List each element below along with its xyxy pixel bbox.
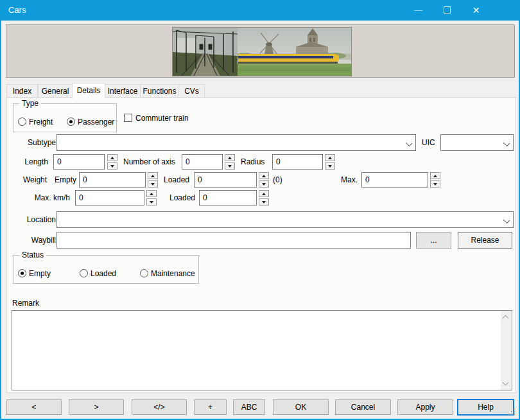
details-tab-page: Type Freight Passenger Commuter train Su…: [6, 97, 516, 393]
subtype-input[interactable]: [58, 136, 402, 150]
uic-combobox[interactable]: [440, 134, 514, 151]
status-loaded-radio[interactable]: [80, 269, 88, 277]
banner-photo: [172, 27, 352, 76]
chevron-down-icon[interactable]: [406, 141, 412, 146]
freight-radio[interactable]: [18, 118, 26, 126]
maximize-icon: [444, 6, 451, 13]
location-combobox[interactable]: [56, 211, 514, 228]
status-maintenance-radio[interactable]: [140, 269, 148, 277]
cancel-button[interactable]: Cancel: [335, 399, 391, 415]
length-label: Length: [13, 157, 48, 167]
close-icon: ✕: [472, 5, 480, 15]
weight-empty-label: Empty: [55, 175, 76, 185]
weight-max-spinner[interactable]: [430, 172, 440, 188]
radius-input[interactable]: [272, 154, 323, 170]
spin-down-icon[interactable]: [259, 198, 269, 206]
weight-empty-spinner[interactable]: [148, 172, 158, 188]
minimize-icon: —: [414, 5, 422, 15]
abc-button[interactable]: ABC: [233, 399, 265, 415]
status-empty-radio[interactable]: [18, 269, 26, 277]
remark-label: Remark: [12, 298, 39, 308]
type-groupbox: Type Freight Passenger: [13, 103, 117, 132]
passenger-radio[interactable]: [67, 118, 75, 126]
spin-down-icon[interactable]: [430, 180, 440, 188]
weight-loaded-label: Loaded: [164, 175, 189, 185]
max-kmh-input[interactable]: [75, 190, 144, 206]
weight-loaded-input[interactable]: [194, 172, 257, 188]
axes-input[interactable]: [182, 154, 223, 170]
spin-down-icon[interactable]: [325, 162, 335, 170]
passenger-radio-label[interactable]: Passenger: [78, 117, 114, 127]
axes-spinner[interactable]: [225, 154, 235, 170]
uic-input[interactable]: [442, 136, 499, 150]
waybill-input[interactable]: [56, 232, 411, 249]
axes-label: Number of axis: [123, 157, 175, 167]
railway-photo-graphic: [173, 28, 351, 76]
chevron-down-icon[interactable]: [504, 141, 509, 146]
tab-details[interactable]: Details: [72, 83, 105, 98]
commuter-train-label[interactable]: Commuter train: [135, 113, 189, 123]
ok-button[interactable]: OK: [273, 399, 329, 415]
spin-up-icon[interactable]: [259, 190, 269, 197]
weight-empty-input[interactable]: [79, 172, 146, 188]
title-bar[interactable]: Cars — ✕: [0, 0, 520, 21]
remark-scrollbar[interactable]: [501, 311, 512, 390]
radius-spinner[interactable]: [325, 154, 335, 170]
spin-down-icon[interactable]: [148, 180, 158, 188]
window-title: Cars: [8, 5, 26, 15]
spin-down-icon[interactable]: [259, 180, 269, 188]
subtype-combobox[interactable]: [56, 134, 416, 151]
scroll-down-icon[interactable]: [503, 381, 508, 386]
spin-up-icon[interactable]: [225, 154, 235, 161]
status-maintenance-label[interactable]: Maintenance: [151, 268, 195, 279]
waybill-browse-button[interactable]: ...: [416, 232, 451, 249]
length-input[interactable]: [53, 154, 105, 170]
weight-max-input[interactable]: [361, 172, 428, 188]
status-empty-label[interactable]: Empty: [29, 268, 51, 279]
minimize-button[interactable]: —: [404, 0, 433, 21]
apply-button[interactable]: Apply: [397, 399, 453, 415]
weight-label: Weight: [23, 175, 47, 185]
spin-up-icon[interactable]: [259, 172, 269, 179]
spin-up-icon[interactable]: [148, 172, 158, 179]
chevron-down-icon[interactable]: [504, 218, 509, 223]
location-input[interactable]: [58, 213, 499, 227]
tab-index[interactable]: Index: [6, 84, 38, 98]
scroll-up-icon[interactable]: [503, 315, 508, 320]
weight-loaded-spinner[interactable]: [259, 172, 269, 188]
spin-down-icon[interactable]: [225, 162, 235, 170]
spin-up-icon[interactable]: [325, 154, 335, 161]
prev-button[interactable]: <: [6, 399, 62, 415]
code-button[interactable]: </>: [132, 399, 187, 415]
close-button[interactable]: ✕: [462, 0, 490, 21]
waybill-release-button[interactable]: Release: [458, 232, 512, 249]
tab-interface[interactable]: Interface: [105, 84, 141, 98]
radius-label: Radius: [241, 157, 264, 167]
add-button[interactable]: +: [194, 399, 227, 415]
max-kmh-label: Max. km/h: [13, 193, 70, 203]
next-button[interactable]: >: [69, 399, 124, 415]
tab-cvs[interactable]: CVs: [178, 84, 205, 98]
waybill-label: Waybill: [13, 235, 56, 245]
kmh-loaded-input[interactable]: [199, 190, 257, 206]
freight-radio-label[interactable]: Freight: [29, 117, 53, 127]
status-loaded-label[interactable]: Loaded: [91, 268, 116, 279]
length-spinner[interactable]: [107, 154, 117, 170]
commuter-train-checkbox[interactable]: [124, 114, 132, 122]
help-button[interactable]: Help: [457, 399, 514, 416]
spin-down-icon[interactable]: [146, 198, 157, 206]
tab-general[interactable]: General: [38, 84, 73, 98]
spin-down-icon[interactable]: [107, 162, 117, 170]
remark-textarea[interactable]: [12, 311, 501, 390]
resize-grip[interactable]: [508, 408, 516, 416]
spin-up-icon[interactable]: [430, 172, 440, 179]
tab-functions[interactable]: Functions: [140, 84, 179, 98]
spin-up-icon[interactable]: [107, 154, 117, 161]
kmh-loaded-spinner[interactable]: [259, 190, 269, 206]
type-group-label: Type: [19, 99, 41, 109]
maximize-button[interactable]: [433, 0, 462, 21]
max-kmh-spinner[interactable]: [146, 190, 157, 206]
kmh-loaded-label: Loaded: [169, 193, 195, 203]
status-groupbox: Status Empty Loaded Maintenance: [13, 255, 199, 284]
spin-up-icon[interactable]: [146, 190, 157, 197]
